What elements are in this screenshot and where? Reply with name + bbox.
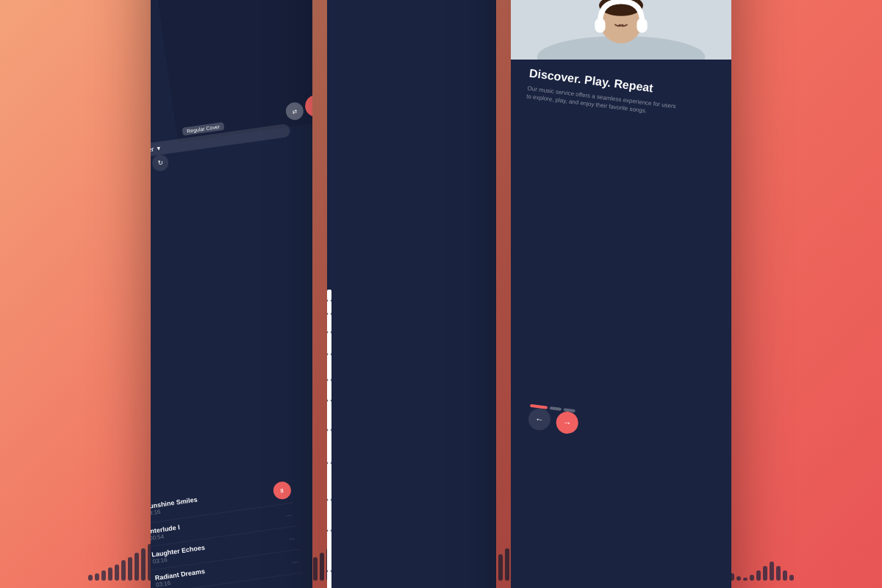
album-overlay	[151, 0, 312, 143]
song-more-4[interactable]: ···	[289, 557, 301, 567]
bottom-waveform-bar-103	[770, 562, 774, 581]
bottom-waveform-bar-98	[736, 576, 741, 581]
pause-icon-song: ⏸	[279, 487, 285, 494]
bottom-waveform-bar-99	[743, 578, 747, 581]
song-pause-btn-1[interactable]: ⏸	[272, 481, 292, 501]
song-more-3[interactable]: ···	[285, 534, 298, 543]
phones-container: 9:41 AM ▲▲▲ 📶 🔋 ← ⌕ 🔔	[151, 0, 731, 588]
waveform-bar-8	[327, 463, 331, 500]
waveform-bar-1	[327, 301, 331, 314]
waveform-bar-5	[327, 380, 331, 401]
shuffle-icon-header: ⇄	[292, 107, 298, 115]
bottom-waveform-bar-0	[88, 575, 93, 581]
phone-3-discover: 9:41 AM ▲▲▲ 📶 🔋	[511, 0, 731, 588]
waveform-bar-0	[327, 290, 331, 301]
bottom-waveform-bar-4	[115, 564, 119, 581]
waveform-bar-4	[327, 354, 331, 380]
next-slide-button[interactable]: →	[555, 410, 579, 434]
prev-slide-button[interactable]: ←	[527, 407, 551, 431]
svg-rect-14	[637, 18, 647, 32]
phone-1-screen: 9:41 AM ▲▲▲ 📶 🔋 ← ⌕ 🔔	[151, 0, 312, 588]
bottom-waveform-bar-2	[101, 570, 106, 581]
bottom-waveform-bar-106	[789, 575, 794, 581]
bottom-waveform-bar-8	[141, 548, 146, 581]
order-chevron: ▾	[157, 145, 161, 153]
repeat-btn[interactable]: ↻	[151, 154, 170, 172]
bottom-waveform-bar-101	[756, 570, 761, 581]
phone-2-player: 9:41 AM ▲▲▲ 📶 🔋 ∨ ⇅ ≡	[327, 0, 496, 588]
song-meta-2: Sabrina Happy	[327, 0, 496, 290]
bottom-waveform-bar-3	[108, 567, 112, 581]
bottom-waveform-bar-102	[763, 566, 767, 581]
image-grid	[511, 0, 731, 60]
waveform-bar-10	[327, 531, 331, 571]
waveform-bar-11	[327, 571, 331, 588]
phone-2-screen: 9:41 AM ▲▲▲ 📶 🔋 ∨ ⇅ ≡	[327, 0, 496, 588]
album-header: Happy Sabrina 12 Songs 2019 54:08 Regula…	[151, 0, 312, 143]
cta-section: Discover. Play. Repeat Our music service…	[511, 66, 684, 420]
phone-1-playlist: 9:41 AM ▲▲▲ 📶 🔋 ← ⌕ 🔔	[151, 0, 312, 588]
bottom-waveform-bar-6	[128, 557, 132, 581]
prev-arrow-icon: ←	[534, 414, 545, 425]
waveform-2	[327, 290, 496, 588]
bottom-waveform-bar-1	[95, 573, 99, 581]
phone-3-screen: 9:41 AM ▲▲▲ 📶 🔋	[511, 0, 731, 588]
bottom-waveform-bar-104	[776, 566, 781, 581]
next-arrow-icon: →	[562, 417, 573, 428]
waveform-bar-6	[327, 401, 331, 430]
filter-row: Order ▾ ⇄ ↻	[151, 123, 312, 495]
grid-image-headphone-light	[511, 0, 731, 60]
svg-rect-13	[595, 18, 605, 32]
bottom-waveform-bar-7	[135, 553, 139, 581]
bottom-waveform-bar-100	[750, 575, 754, 581]
song-num-4: 4.	[151, 578, 151, 587]
song-list: 1. Sunshine Smiles 03:16 ⏸ 2. Interlude …	[151, 476, 312, 588]
waveform-bar-7	[327, 430, 331, 463]
pause-icon-header: ⏸	[312, 101, 312, 110]
bottom-waveform-bar-5	[121, 560, 126, 581]
cta-nav: ← →	[511, 404, 684, 588]
waveform-bar-9	[327, 500, 331, 531]
bottom-waveform-bar-105	[783, 570, 787, 581]
repeat-icon: ↻	[157, 159, 163, 167]
waveform-bar-3	[327, 332, 331, 354]
order-label: Order	[151, 146, 154, 155]
headphone-light-scene	[511, 0, 731, 60]
waveform-bar-2	[327, 314, 331, 332]
song-more-2[interactable]: ···	[282, 510, 295, 520]
